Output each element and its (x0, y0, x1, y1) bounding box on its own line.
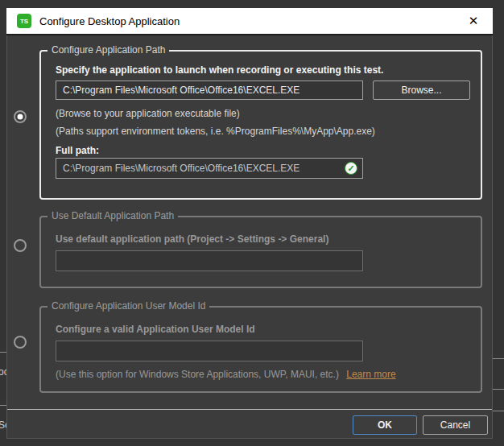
user-model-id-hint: (Use this option for Windows Store Appli… (56, 369, 396, 380)
user-model-id-hint-text: (Use this option for Windows Store Appli… (56, 369, 339, 380)
ok-button[interactable]: OK (353, 415, 417, 435)
valid-check-icon: ✓ (345, 162, 357, 175)
learn-more-link[interactable]: Learn more (346, 369, 395, 380)
close-icon[interactable]: ✕ (465, 13, 481, 29)
background-divider (0, 405, 6, 406)
group-legend: Configure Application User Model Id (48, 300, 209, 312)
user-model-id-instruction: Configure a valid Application User Model… (56, 324, 255, 335)
footer-divider (7, 409, 492, 410)
browse-hint: (Browse to your application executable f… (56, 108, 240, 119)
dialog-titlebar: TS Configure Desktop Application ✕ (6, 8, 493, 35)
group-configure-application-user-model-id: Configure Application User Model Id Conf… (39, 306, 482, 393)
group-legend: Configure Application Path (48, 44, 169, 56)
background-divider (493, 389, 504, 390)
group-use-default-application-path: Use Default Application Path Use default… (39, 216, 482, 288)
dialog-title: Configure Desktop Application (39, 15, 180, 27)
default-path-input[interactable] (56, 250, 363, 271)
group-configure-application-path: Configure Application Path Specify the a… (39, 50, 482, 200)
radio-configure-application-path[interactable] (14, 110, 27, 123)
background-text-fragment-top: oc (0, 366, 6, 378)
background-divider (493, 411, 504, 411)
cancel-button[interactable]: Cancel (423, 415, 488, 435)
browse-button[interactable]: Browse... (373, 81, 470, 100)
default-path-instruction: Use default application path (Project ->… (56, 233, 328, 245)
application-path-input[interactable] (56, 81, 363, 100)
full-path-label: Full path: (56, 145, 99, 156)
tokens-hint: (Paths support environment tokens, i.e. … (56, 126, 375, 137)
screen: oc Sc TS Configure Desktop Application ✕… (0, 0, 504, 446)
group-legend: Use Default Application Path (48, 210, 178, 221)
full-path-input[interactable] (56, 158, 363, 179)
radio-selected-dot (18, 114, 23, 120)
user-model-id-input[interactable] (56, 341, 363, 361)
radio-use-default-application-path[interactable] (14, 239, 27, 252)
background-divider (493, 358, 504, 359)
configure-desktop-application-dialog: TS Configure Desktop Application ✕ Confi… (6, 8, 493, 439)
background-divider (0, 352, 6, 353)
radio-configure-application-user-model-id[interactable] (14, 336, 27, 349)
app-path-instruction: Specify the application to launch when r… (56, 64, 383, 76)
app-logo-icon: TS (17, 14, 31, 28)
full-path-field: ✓ (56, 158, 363, 179)
